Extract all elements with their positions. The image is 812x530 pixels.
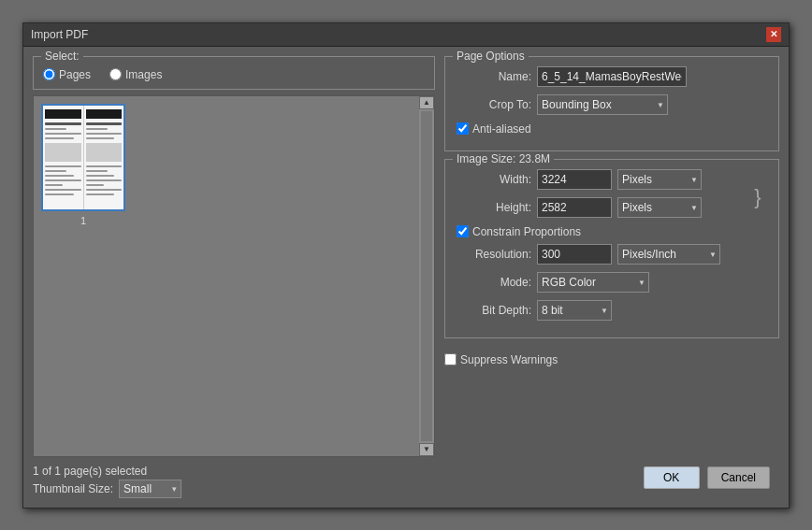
thumbnail-size-label: Thumbnail Size:	[33, 482, 113, 495]
resolution-row: Resolution: Pixels/Inch Pixels/Centimete…	[457, 244, 767, 265]
scrollbar[interactable]: ▲ ▼	[419, 96, 434, 456]
thumbnail-size-wrapper[interactable]: Small Medium Large	[119, 480, 181, 498]
images-radio[interactable]	[109, 68, 122, 80]
constrain-row: Constrain Proportions	[457, 225, 767, 238]
thumb-header-right	[86, 109, 123, 119]
ok-button[interactable]: OK	[644, 466, 700, 489]
link-proportions-icon[interactable]: }	[748, 169, 767, 225]
button-row: OK Cancel	[444, 459, 779, 498]
anti-aliased-text: Anti-aliased	[472, 122, 531, 136]
suppress-label[interactable]: Suppress Warnings	[444, 353, 558, 366]
height-unit-select[interactable]: Pixels Inches	[617, 197, 702, 218]
thumbnail-item-1[interactable]: 1	[41, 104, 125, 226]
cancel-button[interactable]: Cancel	[707, 466, 770, 489]
dialog-title: Import PDF	[31, 28, 88, 41]
name-input[interactable]	[537, 66, 687, 87]
width-row: Width: Pixels Inches	[457, 169, 745, 190]
images-radio-label[interactable]: Images	[109, 68, 162, 81]
selection-status: 1 of 1 page(s) selected	[33, 465, 435, 478]
anti-aliased-row: Anti-aliased	[457, 122, 767, 136]
constrain-text: Constrain Proportions	[472, 225, 581, 238]
import-pdf-dialog: Import PDF ✕ Select: Pages Images	[22, 22, 790, 509]
thumbnail-size-row: Thumbnail Size: Small Medium Large	[33, 480, 435, 498]
constrain-label[interactable]: Constrain Proportions	[457, 225, 581, 238]
crop-select[interactable]: Bounding Box Media Box Crop Box Bleed Bo…	[537, 94, 668, 115]
page-options-title: Page Options	[453, 50, 529, 63]
right-panel: Page Options Name: Crop To: Bounding Box…	[444, 56, 779, 498]
height-unit-wrapper[interactable]: Pixels Inches	[617, 197, 702, 218]
thumbnail-image-1[interactable]	[41, 104, 125, 211]
scroll-down-button[interactable]: ▼	[419, 443, 434, 456]
suppress-row: Suppress Warnings	[444, 353, 779, 366]
width-unit-wrapper[interactable]: Pixels Inches	[617, 169, 702, 190]
mode-row: Mode: Bitmap Grayscale RGB Color CMYK Co…	[457, 272, 767, 293]
left-panel: Select: Pages Images	[33, 56, 435, 498]
mode-select[interactable]: Bitmap Grayscale RGB Color CMYK Color La…	[537, 272, 649, 293]
bit-depth-wrapper[interactable]: 1 bit 8 bit 16 bit	[537, 300, 612, 321]
resolution-unit-wrapper[interactable]: Pixels/Inch Pixels/Centimeter	[617, 244, 720, 265]
crop-row: Crop To: Bounding Box Media Box Crop Box…	[457, 94, 767, 115]
mode-wrapper[interactable]: Bitmap Grayscale RGB Color CMYK Color La…	[537, 272, 649, 293]
height-input[interactable]	[537, 197, 612, 218]
image-size-group: Image Size: 23.8M Width: Pixels Inches	[444, 159, 779, 338]
thumbnail-area: 1 ▲ ▼	[33, 95, 435, 457]
suppress-text: Suppress Warnings	[460, 353, 558, 366]
anti-aliased-checkbox[interactable]	[457, 122, 469, 135]
bit-depth-row: Bit Depth: 1 bit 8 bit 16 bit	[457, 300, 767, 321]
scroll-up-button[interactable]: ▲	[419, 96, 434, 109]
mode-label: Mode:	[457, 276, 531, 289]
pages-radio-label[interactable]: Pages	[43, 68, 91, 81]
dialog-body: Select: Pages Images	[23, 47, 789, 508]
anti-aliased-label[interactable]: Anti-aliased	[457, 122, 531, 136]
width-label: Width:	[457, 173, 531, 186]
resolution-input[interactable]	[537, 244, 612, 265]
resolution-label: Resolution:	[457, 248, 531, 261]
pages-radio-text: Pages	[59, 68, 91, 81]
height-label: Height:	[457, 201, 531, 214]
thumb-right-half	[84, 106, 124, 209]
height-row: Height: Pixels Inches	[457, 197, 745, 218]
width-input[interactable]	[537, 169, 612, 190]
link-bracket: }	[754, 187, 761, 208]
pages-radio[interactable]	[43, 68, 55, 80]
bit-depth-label: Bit Depth:	[457, 304, 531, 317]
thumbnail-number-1: 1	[80, 215, 86, 226]
dimensions-section: Width: Pixels Inches Height:	[457, 169, 745, 225]
radio-row: Pages Images	[43, 64, 425, 81]
crop-label: Crop To:	[457, 98, 531, 111]
crop-dropdown-wrapper[interactable]: Bounding Box Media Box Crop Box Bleed Bo…	[537, 94, 668, 115]
constrain-checkbox[interactable]	[457, 225, 469, 237]
name-row: Name:	[457, 66, 767, 87]
page-options-group: Page Options Name: Crop To: Bounding Box…	[444, 56, 779, 151]
thumb-left-half	[43, 106, 84, 209]
resolution-unit-select[interactable]: Pixels/Inch Pixels/Centimeter	[617, 244, 720, 265]
select-group: Select: Pages Images	[33, 56, 435, 90]
scroll-track	[421, 111, 432, 441]
status-row: 1 of 1 page(s) selected Thumbnail Size: …	[33, 463, 435, 498]
bit-depth-select[interactable]: 1 bit 8 bit 16 bit	[537, 300, 612, 321]
images-radio-text: Images	[125, 68, 162, 81]
select-group-title: Select:	[41, 50, 83, 63]
image-size-title: Image Size: 23.8M	[453, 152, 554, 165]
thumb-header-left	[45, 109, 81, 119]
width-unit-select[interactable]: Pixels Inches	[617, 169, 702, 190]
thumbnail-size-select[interactable]: Small Medium Large	[119, 480, 181, 498]
suppress-checkbox[interactable]	[444, 353, 457, 365]
close-button[interactable]: ✕	[766, 27, 781, 42]
name-label: Name:	[457, 70, 531, 83]
title-bar: Import PDF ✕	[23, 23, 789, 47]
